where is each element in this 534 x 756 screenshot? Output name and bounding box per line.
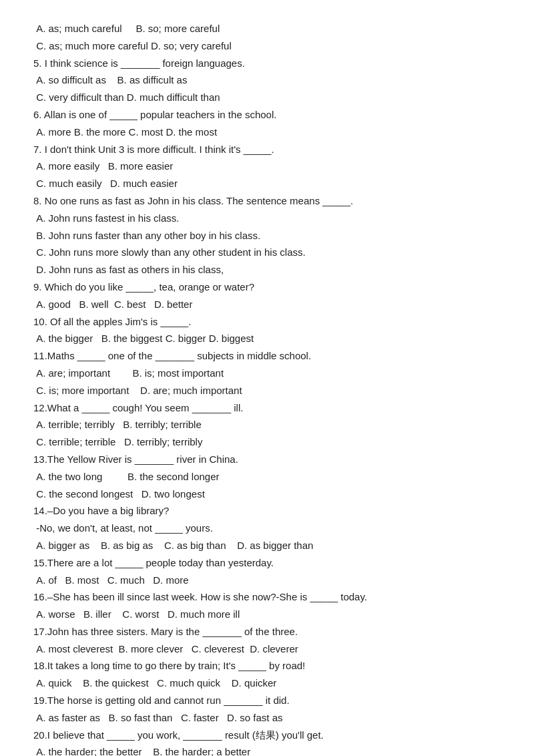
quiz-content: A. as; much careful B. so; more careful …	[33, 20, 507, 756]
